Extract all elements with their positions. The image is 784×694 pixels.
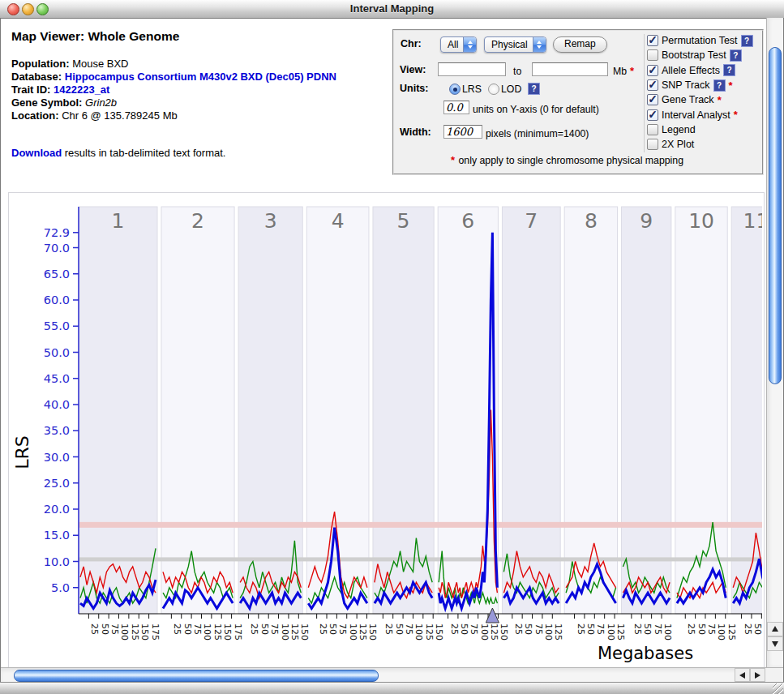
width-input[interactable] xyxy=(443,125,482,139)
x-axis-tick-label: 50 xyxy=(752,623,762,635)
vertical-scrollbar-thumb[interactable] xyxy=(769,47,782,384)
checkbox-allele-effects[interactable]: ✓ xyxy=(647,65,658,76)
trait-id-link[interactable]: 1422223_at xyxy=(54,84,109,96)
footnote-star: * xyxy=(451,154,455,166)
option-row-allele-effects: ✓Allele Effects? xyxy=(647,63,760,78)
option-row-bootstrap-test: Bootstrap Test? xyxy=(647,48,760,62)
panel-chr-8 xyxy=(564,207,617,614)
checkbox-snp-track[interactable]: ✓ xyxy=(647,79,658,91)
x-axis-tick-label: 75 xyxy=(533,623,544,635)
chromosome-select[interactable]: All xyxy=(440,36,477,53)
panel-divider xyxy=(644,34,645,152)
help-icon[interactable]: ? xyxy=(723,64,735,76)
x-axis-tick-label: 50 xyxy=(328,623,338,635)
y-axis-tick-label: 20.0 xyxy=(44,503,70,516)
title-bar[interactable]: Interval Mapping xyxy=(0,0,784,19)
checkbox-label-2x-plot: 2X Plot xyxy=(662,139,694,150)
vertical-scrollbar[interactable] xyxy=(766,18,783,667)
checkbox-label-snp-track: SNP Track xyxy=(662,79,710,91)
scroll-right-button[interactable] xyxy=(750,668,765,682)
x-axis-tick-label: 150 xyxy=(499,623,509,640)
minimize-button-icon[interactable] xyxy=(22,3,34,15)
panel-chr-11 xyxy=(731,207,762,614)
lrs-radio[interactable] xyxy=(449,84,461,95)
checkbox-bootstrap-test[interactable] xyxy=(647,49,658,61)
mb-label: Mb xyxy=(613,66,627,77)
popup-arrows-icon xyxy=(533,37,546,52)
chr-number-label: 1 xyxy=(112,209,125,233)
footnote: * only apply to single chromosome physic… xyxy=(451,152,683,167)
x-axis-tick-label: 100 xyxy=(606,623,616,640)
y-axis-tick-label: 72.9 xyxy=(44,226,70,239)
checkbox-legend[interactable] xyxy=(647,124,658,135)
download-row: Download results in tab-delimited text f… xyxy=(11,147,384,159)
x-axis-tick-label: 25 xyxy=(383,623,394,635)
x-axis-tick-label: 125 xyxy=(424,623,435,640)
download-text: results in tab-delimited text format. xyxy=(65,147,226,159)
location-value: Chr 6 @ 135.789245 Mb xyxy=(62,109,178,122)
remap-button[interactable]: Remap xyxy=(553,36,607,53)
download-link[interactable]: Download xyxy=(11,147,62,159)
y-axis-tick-label: 10.0 xyxy=(44,555,70,568)
x-axis-tick-label: 50 xyxy=(100,623,110,635)
help-icon[interactable]: ? xyxy=(713,79,726,92)
checkbox-interval-analyst[interactable]: ✓ xyxy=(647,109,658,121)
x-axis-tick-label: 75 xyxy=(595,623,606,635)
app-window: Interval Mapping Map Viewer: Whole Genom… xyxy=(0,0,784,694)
x-axis-tick-label: 100 xyxy=(119,623,130,640)
population-label: Population: xyxy=(11,58,70,70)
width-hint: pixels (minimum=1400) xyxy=(486,128,589,139)
x-axis-tick-label: 125 xyxy=(358,623,368,640)
single-chromosome-star: * xyxy=(729,79,733,92)
horizontal-scrollbar[interactable] xyxy=(1,667,765,683)
help-icon[interactable]: ? xyxy=(730,49,742,62)
y-axis-tick-label: 60.0 xyxy=(44,293,70,306)
panel-chr-2 xyxy=(161,207,234,614)
scroll-left-button[interactable] xyxy=(735,668,750,682)
checkbox-gene-track[interactable]: ✓ xyxy=(647,94,658,105)
checkbox-permutation-test[interactable]: ✓ xyxy=(647,35,658,46)
mapping-type-select[interactable]: Physical xyxy=(484,36,546,53)
x-axis-tick-label: 25 xyxy=(249,623,259,635)
units-help-icon[interactable]: ? xyxy=(528,83,540,95)
x-axis-tick-label: 25 xyxy=(318,623,328,635)
lod-radio[interactable] xyxy=(488,84,499,95)
database-label: Database: xyxy=(11,71,62,83)
popup-arrows-icon xyxy=(463,37,476,52)
significant-threshold-band xyxy=(79,522,762,528)
panel-chr-1 xyxy=(79,207,157,614)
x-axis-tick-label: 100 xyxy=(280,623,290,640)
trait-id-label: Trait ID: xyxy=(11,84,50,96)
option-row-interval-analyst: ✓Interval Analyst* xyxy=(647,107,760,122)
population-value: Mouse BXD xyxy=(72,58,128,70)
x-axis-tick-label: 50 xyxy=(394,623,405,635)
checkbox-2x-plot[interactable] xyxy=(647,139,658,150)
x-axis-tick-label: 75 xyxy=(469,623,479,635)
y-axis-tick-label: 65.0 xyxy=(44,268,70,281)
chr-number-label: 8 xyxy=(585,209,598,233)
panel-chr-5 xyxy=(373,207,434,614)
database-link[interactable]: Hippocampus Consortium M430v2 BXD (Dec05… xyxy=(65,71,336,83)
chr-number-label: 5 xyxy=(397,209,410,233)
x-axis-tick-label: 150 xyxy=(434,623,444,640)
chr-number-label: 2 xyxy=(191,209,204,233)
help-icon[interactable]: ? xyxy=(741,35,753,47)
units-label: Units: xyxy=(400,83,428,94)
horizontal-scrollbar-thumb[interactable] xyxy=(14,670,379,682)
location-row: Location: Chr 6 @ 135.789245 Mb xyxy=(11,109,384,122)
zoom-button-icon[interactable] xyxy=(36,3,49,15)
yaxis-units-input[interactable] xyxy=(443,101,469,114)
resize-grip-icon[interactable] xyxy=(773,683,783,694)
trait-id-row: Trait ID: 1422223_at xyxy=(11,84,384,96)
scroll-up-button[interactable] xyxy=(767,622,783,636)
y-axis-title: LRS xyxy=(12,435,32,469)
view-to-input[interactable] xyxy=(532,62,608,76)
y-axis-tick-label: 45.0 xyxy=(44,372,70,385)
x-axis-tick-label: 125 xyxy=(553,623,563,640)
close-button-icon[interactable] xyxy=(7,3,19,15)
x-axis-tick-label: 25 xyxy=(513,623,524,635)
view-from-input[interactable] xyxy=(438,62,506,76)
scroll-down-button[interactable] xyxy=(767,636,783,651)
x-axis-tick-label: 25 xyxy=(449,623,460,635)
x-axis-tick-label: 50 xyxy=(182,623,193,635)
